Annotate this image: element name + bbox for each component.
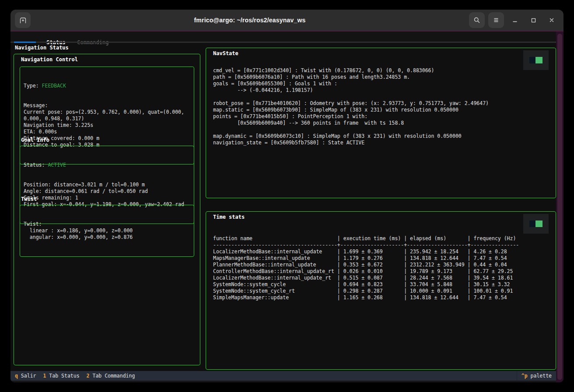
table-row: SimpleMapsManager::update | 1.165 ± 0.26…: [213, 294, 550, 301]
scrollbar-thumb[interactable]: [557, 34, 562, 380]
panel-title: Navigation Control: [21, 56, 78, 63]
table-row: LocalizerMethodBase::internal_update | 1…: [213, 248, 550, 255]
tab-bar: Status Commanding: [10, 32, 556, 43]
terminal-line: angular: x=0.000, y=0.000, z=0.876: [24, 234, 190, 241]
table-separator-row: ----------------------------------------…: [213, 242, 550, 248]
terminal-content: Status Commanding Navigation Status Navi…: [10, 32, 564, 371]
palette-label: [528, 373, 531, 379]
switch-on-icon: [529, 57, 542, 63]
terminal-line: navigation_state = [0x5609b5fb7580] : St…: [213, 140, 550, 146]
navstate-lines: cmd_vel = [0x771c1002d340] : Twist with …: [213, 67, 550, 146]
hint-key: q: [15, 373, 18, 379]
maximize-icon: [530, 17, 537, 24]
goal-info-heading: Goal Info: [21, 137, 49, 144]
minimize-icon: [511, 17, 518, 24]
navigation-control-panel: Navigation Control Type: FEEDBACK Messag…: [14, 54, 200, 365]
palette-hint[interactable]: ^p palette: [517, 371, 552, 381]
switch-on-icon: [529, 220, 542, 227]
navigation-status-heading: Navigation Status: [15, 45, 69, 51]
palette-label-text: palette: [531, 373, 552, 379]
terminal-line: ETA: 0.000s: [24, 129, 190, 135]
footer-key-hint[interactable]: 2 Tab Commanding: [87, 373, 135, 379]
terminal-line: points = [0x771be4015b50] : PointPercept…: [213, 113, 550, 120]
goal-status-line: Status: ACTIVE: [24, 162, 190, 168]
goal-status-value: ACTIVE: [48, 162, 66, 168]
footer-keybar: q Salir1 Tab Status2 Tab Commanding ^p p…: [10, 371, 564, 381]
close-button[interactable]: [544, 13, 559, 28]
table-row: SystemNode::system_cycle_rt | 0.298 ± 0.…: [213, 288, 550, 294]
table-row: MapsManagerBase::internal_update | 1.179…: [213, 255, 550, 262]
active-tab-underline: [14, 42, 36, 43]
hamburger-menu-icon: [493, 17, 500, 24]
terminal-line: cmd_vel = [0x771c1002d340] : Twist with …: [213, 67, 550, 74]
panel-title: NavState: [213, 50, 238, 57]
terminal-line: robot_pose = [0x771be4010620] : Odometry…: [213, 100, 550, 107]
table-row: SystemNode::system_cycle | 0.694 ± 0.823…: [213, 281, 550, 288]
terminal-line: Navigation time: 3.225s: [24, 122, 190, 129]
panel-title: Time stats: [213, 214, 245, 220]
search-icon: [473, 17, 480, 24]
tab-commanding[interactable]: Commanding: [46, 33, 109, 40]
desktop-background: fmrico@argo: ~/ros/ros2/easynav_ws: [0, 0, 574, 392]
footer-key-hint[interactable]: q Salir: [15, 373, 36, 379]
titlebar[interactable]: fmrico@argo: ~/ros/ros2/easynav_ws: [10, 10, 564, 31]
type-value: FEEDBACK: [42, 83, 66, 89]
hint-key: 2: [87, 373, 90, 379]
table-row: LocalizerMethodBase::internal_update_rt …: [213, 275, 550, 281]
type-line: Type: FEEDBACK: [24, 83, 190, 89]
terminal-line: Twist:: [24, 221, 190, 228]
hint-label: Salir: [18, 373, 36, 379]
close-icon: [548, 17, 555, 24]
palette-key: ^p: [522, 373, 528, 379]
table-row: ControllerMethodBase::internal_update_rt…: [213, 268, 550, 275]
terminal-line: [0x5609b6009a40] --> 360 points in frame…: [213, 120, 550, 126]
maximize-button[interactable]: [526, 13, 541, 28]
footer-divider: [517, 371, 517, 381]
hint-label: Tab Commanding: [90, 373, 135, 379]
table-row: PlannerMethodBase::internal_update | 0.3…: [213, 262, 550, 268]
tab-underline-track: [10, 42, 556, 43]
minimize-button[interactable]: [508, 13, 522, 28]
scrollbar[interactable]: [556, 32, 564, 382]
window-bottom-edge: [10, 381, 564, 382]
navstate-panel: NavState cmd_vel = [0x771c1002d340] : Tw…: [206, 48, 556, 198]
terminal-window: fmrico@argo: ~/ros/ros2/easynav_ws: [10, 10, 564, 382]
time-stats-table: function name | execution time (ms) | el…: [213, 235, 550, 301]
menu-button[interactable]: [488, 12, 504, 28]
terminal-line: [213, 126, 550, 133]
titlebar-controls: [469, 12, 559, 28]
terminal-line: Current pose: pos=(2.953, 0.762, 0.000),…: [24, 109, 190, 116]
terminal-line: [213, 94, 550, 100]
twist-box: Twist: linear : x=0.186, y=0.000, z=0.00…: [20, 205, 194, 257]
table-header-row: function name | execution time (ms) | el…: [213, 235, 550, 242]
type-label: Type:: [24, 83, 39, 89]
new-tab-icon: [19, 17, 27, 24]
time-stats-panel: Time stats function name | execution tim…: [206, 211, 556, 370]
window-title: fmrico@argo: ~/ros/ros2/easynav_ws: [31, 17, 469, 24]
terminal-line: Goals remaining: 1: [24, 195, 190, 201]
terminal-line: map.static = [0x5609b6073b90] : SimpleMa…: [213, 107, 550, 113]
terminal-line: map.dynamic = [0x5609b6073c10] : SimpleM…: [213, 133, 550, 140]
new-tab-button[interactable]: [15, 12, 31, 28]
twist-heading: Twist: [21, 196, 37, 203]
terminal-line: Angle: distance=0.061 rad / tol=0.050 ra…: [24, 188, 190, 195]
footer-key-hint[interactable]: 1 Tab Status: [43, 373, 79, 379]
twist-lines: Twist: linear : x=0.186, y=0.000, z=0.00…: [24, 221, 190, 241]
terminal-line: linear : x=0.186, y=0.000, z=0.000: [24, 228, 190, 234]
terminal-line: goals = [0x5609b6055300] : Goals 1 with …: [213, 80, 550, 87]
terminal-line: path = [0x5609b6076a10] : Path with 16 p…: [213, 74, 550, 80]
footer-key-hints: q Salir1 Tab Status2 Tab Commanding: [15, 373, 142, 379]
search-button[interactable]: [469, 12, 485, 28]
goal-status-label: Status:: [24, 162, 45, 168]
timestats-switch[interactable]: [523, 214, 549, 234]
terminal-line: Position: distance=3.021 m / tol=0.100 m: [24, 182, 190, 188]
goal-info-lines: Position: distance=3.021 m / tol=0.100 m…: [24, 182, 190, 208]
terminal-line: 0.000, 0.948, 0.317): [24, 116, 190, 122]
hint-label: Tab Status: [46, 373, 79, 379]
terminal-line: --> (-0.044216, 1.198157): [213, 87, 550, 94]
terminal-line: Message:: [24, 102, 190, 109]
